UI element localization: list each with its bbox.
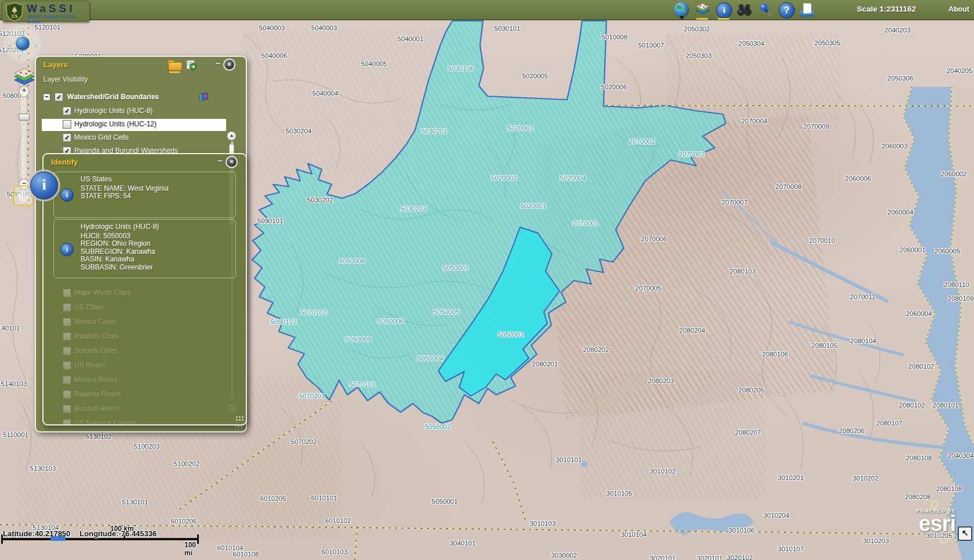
huc-label: 2080107	[877, 420, 903, 427]
ghost-checkbox	[63, 303, 71, 312]
huc-label: 5040005	[361, 60, 387, 67]
huc-label: 3010104	[621, 531, 647, 538]
layers-minimize-button[interactable]: –	[216, 58, 220, 68]
attribution-expand-button[interactable]: ↖	[958, 526, 972, 541]
ghost-checkbox	[63, 332, 71, 341]
huc-label: 2080105	[812, 342, 838, 349]
layers-active-underline	[696, 18, 708, 20]
huc-label: 5090101	[257, 217, 284, 224]
huc-label: 3040101	[450, 540, 476, 547]
huc-label: 3020102	[727, 554, 753, 560]
huc-label: 5070101	[350, 381, 376, 388]
ghost-layer-item: US Rivers	[42, 360, 238, 372]
pan-globe-icon[interactable]	[16, 37, 30, 50]
huc-label: 5050002	[425, 423, 451, 430]
identify-resize-grip[interactable]	[235, 416, 244, 422]
huc-label: 2080101	[933, 402, 959, 409]
longitude-value: Longitude:-76.445336	[79, 529, 157, 538]
collapse-icon[interactable]: −	[43, 93, 50, 101]
huc-label: 3010105	[606, 490, 633, 497]
layers-icon[interactable]	[695, 2, 710, 17]
huc-label: 2080204	[679, 327, 706, 334]
huc-label: 2080207	[735, 429, 761, 436]
identify-tool-icon[interactable]: i	[716, 2, 732, 19]
huc-label: 3010203	[863, 537, 889, 544]
pan-down-arrow[interactable]: ›	[17, 56, 26, 59]
popup-fragment	[50, 536, 66, 541]
ghost-layer-item: Rwanda Rivers	[42, 389, 238, 401]
huc-label: 2080205	[739, 387, 765, 394]
pan-compass-icon[interactable]: ‹ › › ›	[6, 27, 39, 60]
huc-label: 6010101	[311, 494, 337, 501]
ghost-layer-item: US National Forests	[42, 418, 238, 426]
result-field: STATE FIPS: 54	[81, 192, 235, 201]
zoom-slider[interactable]	[21, 92, 26, 183]
huc-label: 2080108	[936, 485, 962, 492]
result-field: HUC8: 5050003	[81, 232, 235, 241]
huc-label: 3010204	[764, 512, 790, 519]
huc-label: 2060006	[845, 175, 871, 182]
identify-panel-title: Identify	[51, 158, 78, 166]
scroll-up-button[interactable]: ▲	[227, 131, 237, 141]
wassi-app: 5120101512010351202015080001508000350902…	[0, 0, 974, 560]
huc-label: 3020101	[697, 555, 723, 560]
layer-checkbox[interactable]: ✓	[63, 133, 71, 142]
huc-label: 5040003	[259, 24, 285, 31]
pan-left-arrow[interactable]: ‹	[8, 39, 11, 48]
scale-mi-label: 100 mi	[184, 541, 201, 557]
pan-right-arrow[interactable]: ›	[34, 39, 37, 48]
result-field: SUBREGION: Kanawha	[81, 248, 235, 256]
huc-label: 2080106	[762, 351, 788, 358]
help-icon[interactable]: ?	[779, 2, 795, 19]
huc-label: 2060005	[935, 248, 961, 254]
result-layer-title: US States	[81, 176, 235, 184]
huc-label: 5030203	[401, 205, 427, 212]
zoom-slider-handle[interactable]	[19, 114, 30, 121]
huc-label: 2080206	[839, 427, 865, 434]
metadata-icon[interactable]: META	[799, 2, 815, 17]
layer-checkbox[interactable]	[63, 120, 71, 129]
layer-item[interactable]: Hydrologic Units (HUC-12)	[42, 119, 226, 131]
huc-label: 2080103	[730, 268, 756, 275]
huc-label: 5070102	[301, 309, 327, 316]
layers-close-button[interactable]: ✕	[223, 59, 235, 71]
identify-minimize-button[interactable]: –	[218, 155, 223, 165]
identify-close-button[interactable]: ✕	[226, 156, 238, 168]
layer-checkbox[interactable]: ✓	[63, 107, 71, 115]
huc-label: 5010008	[602, 34, 628, 41]
layer-group-watershed-boundaries[interactable]: − ✓ Watershed/Grid Boundaries	[36, 92, 246, 104]
huc-label: 5070202	[291, 438, 317, 445]
binoculars-icon[interactable]	[737, 2, 752, 17]
huc-label: 5070201	[299, 392, 325, 399]
pan-up-arrow[interactable]: ›	[17, 29, 26, 32]
about-link[interactable]: About	[948, 5, 969, 13]
folder-icon[interactable]	[168, 60, 181, 70]
huc-label: 5090102	[271, 318, 297, 325]
huc-label: 5050006	[378, 318, 404, 325]
huc-label: 5050007	[443, 264, 469, 271]
huc-label: 5030201	[421, 128, 448, 134]
legend-transparency-icon[interactable]	[198, 93, 209, 102]
layer-item[interactable]: ✓ Hydrologic Units (HUC-8)	[36, 106, 246, 118]
layer-item[interactable]: ✓ Mexico Grid Cells	[36, 132, 246, 144]
app-subtitle: Water Supply Stress Index	[27, 14, 89, 24]
identify-result-us-states: i US States STATE NAME: West VirginiaSTA…	[53, 172, 236, 218]
huc-label: 6010102	[325, 517, 351, 524]
ghost-layer-item: Major World Cities	[42, 288, 238, 300]
map-scale-label: Scale 1:2311162	[857, 5, 916, 13]
huc-label: 2050304	[739, 40, 765, 47]
huc-label: 5040001	[398, 35, 424, 42]
huc-label: 3010202	[853, 475, 879, 482]
export-layers-icon[interactable]	[186, 59, 197, 73]
huc-label: 5050001	[432, 498, 458, 505]
huc-label: 2070005	[635, 285, 662, 292]
ghost-layer-item: Burundi Cities	[42, 346, 238, 358]
globe-icon[interactable]	[674, 2, 689, 17]
pushpin-icon[interactable]	[758, 2, 773, 17]
huc-label: 5020002	[491, 174, 517, 181]
esri-logo: esri	[916, 514, 955, 533]
huc-label: 2070002	[629, 138, 655, 145]
huc-label: 3030002	[551, 552, 577, 559]
group-checkbox[interactable]: ✓	[54, 93, 63, 101]
huc-label: 5130101	[122, 499, 148, 506]
